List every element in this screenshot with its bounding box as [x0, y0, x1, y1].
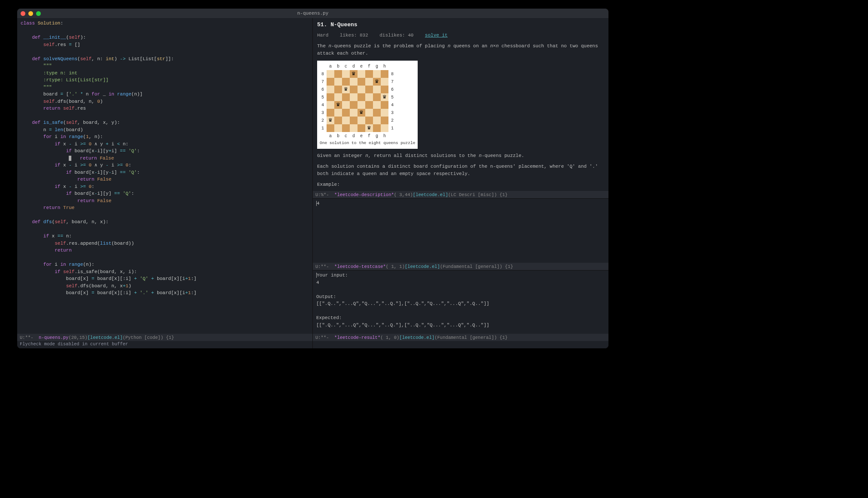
problem-p2: Given an integer n, return all distinct …	[317, 152, 604, 160]
left-modeline: U:**- n-queens.py (20,15) [leetcode.el] …	[17, 334, 312, 341]
problem-p1: The n-queens puzzle is the problem of pl…	[317, 43, 604, 57]
titlebar[interactable]: n-queens.py	[17, 9, 608, 18]
expected-val: [[".Q..","...Q","Q...","..Q."],["..Q.","…	[316, 323, 489, 328]
code-pane: class Solution: def __init__(self): self…	[17, 18, 313, 348]
chess-caption: One solution to the eight queens puzzle	[319, 140, 416, 147]
testcase-pane[interactable]: 4	[313, 198, 608, 263]
modeline-prefix: U:**-	[20, 335, 39, 340]
problem-p3: Each solution contains a distinct board …	[317, 163, 604, 178]
likes: likes: 832	[340, 33, 368, 38]
result-pane[interactable]: Your input: 4 Output: [[".Q..","...Q","Q…	[313, 270, 608, 334]
modeline-mode: (Python [code]) {1}	[122, 335, 174, 340]
window-title: n-queens.py	[17, 11, 608, 16]
output-label: Output:	[316, 294, 336, 299]
desc-modeline: U:%*- *leetcode-description* ( 3,44) [le…	[313, 191, 608, 198]
minibuffer[interactable]: Flycheck mode disabled in current buffer	[17, 341, 312, 348]
split-panes: class Solution: def __init__(self): self…	[17, 18, 608, 348]
code-editor[interactable]: class Solution: def __init__(self): self…	[17, 18, 312, 334]
solve-link[interactable]: solve it	[425, 33, 448, 38]
testcase-input: 4	[317, 201, 320, 206]
your-input-label: Your input:	[317, 273, 348, 278]
result-modeline: U:**- *leetcode-result* ( 1, 0) [leetcod…	[313, 334, 608, 341]
dislikes: dislikes: 40	[379, 33, 413, 38]
difficulty: Hard	[317, 33, 328, 38]
example-label: Example:	[317, 181, 604, 188]
modeline-pos: (20,15)	[68, 335, 87, 340]
chess-diagram: abcdefgh8♛87♛76♛65♛54♛43♛32♛21♛1abcdefgh…	[317, 61, 418, 149]
right-minibuffer[interactable]	[313, 341, 608, 348]
your-input-val: 4	[316, 280, 319, 285]
text-cursor	[69, 156, 71, 161]
right-column: 51. N-Queens Hard likes: 832 dislikes: 4…	[313, 18, 608, 348]
modeline-buffer: n-queens.py	[39, 335, 68, 340]
editor-window: n-queens.py class Solution: def __init__…	[17, 9, 608, 348]
modeline-project: [leetcode.el]	[88, 335, 123, 340]
problem-meta: Hard likes: 832 dislikes: 40 solve it	[317, 32, 604, 39]
expected-label: Expected:	[316, 315, 342, 320]
testcase-modeline: U:**- *leetcode-testcase* ( 1, 1) [leetc…	[313, 263, 608, 270]
problem-title: 51. N-Queens	[317, 21, 604, 29]
output-val: [[".Q..","...Q","Q...","..Q."],["..Q.","…	[316, 301, 489, 306]
description-pane[interactable]: 51. N-Queens Hard likes: 832 dislikes: 4…	[313, 18, 608, 191]
